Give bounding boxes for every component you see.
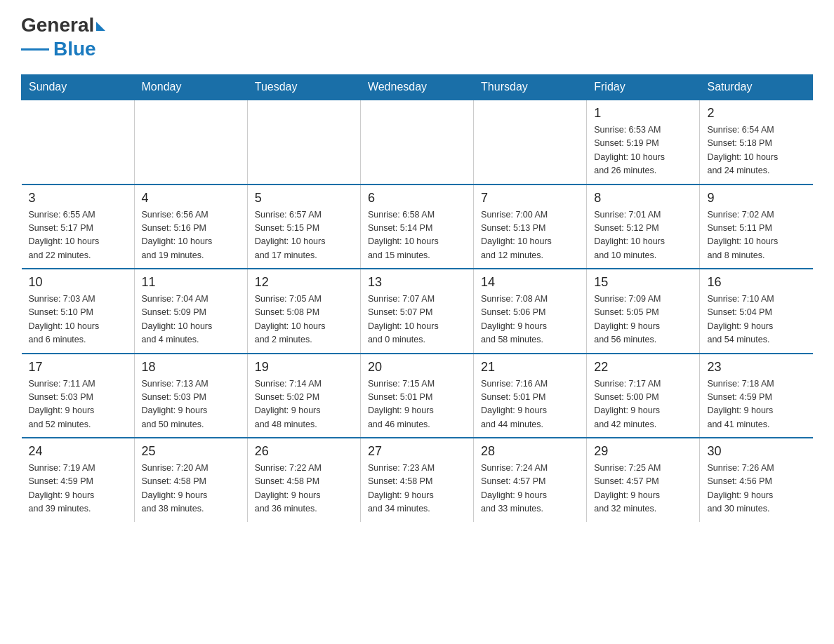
day-info: Sunrise: 7:11 AMSunset: 5:03 PMDaylight:… [29, 377, 127, 432]
day-number: 6 [368, 191, 466, 206]
day-number: 11 [142, 275, 240, 290]
calendar-cell [360, 100, 473, 185]
day-number: 5 [255, 191, 353, 206]
day-number: 15 [594, 275, 692, 290]
day-number: 24 [29, 444, 127, 459]
calendar-cell: 6Sunrise: 6:58 AMSunset: 5:14 PMDaylight… [360, 185, 473, 269]
day-number: 8 [594, 191, 692, 206]
calendar-cell: 22Sunrise: 7:17 AMSunset: 5:00 PMDayligh… [587, 354, 700, 438]
day-info: Sunrise: 6:53 AMSunset: 5:19 PMDaylight:… [594, 123, 692, 178]
day-number: 13 [368, 275, 466, 290]
calendar-cell: 19Sunrise: 7:14 AMSunset: 5:02 PMDayligh… [247, 354, 360, 438]
calendar-cell: 9Sunrise: 7:02 AMSunset: 5:11 PMDaylight… [700, 185, 813, 269]
calendar-cell: 18Sunrise: 7:13 AMSunset: 5:03 PMDayligh… [134, 354, 247, 438]
calendar-week-4: 17Sunrise: 7:11 AMSunset: 5:03 PMDayligh… [22, 354, 813, 438]
day-info: Sunrise: 7:23 AMSunset: 4:58 PMDaylight:… [368, 462, 466, 516]
calendar-cell: 10Sunrise: 7:03 AMSunset: 5:10 PMDayligh… [22, 269, 135, 354]
calendar-cell: 24Sunrise: 7:19 AMSunset: 4:59 PMDayligh… [22, 438, 135, 522]
logo: General Blue [21, 14, 105, 60]
weekday-header-saturday: Saturday [700, 75, 813, 100]
day-info: Sunrise: 7:14 AMSunset: 5:02 PMDaylight:… [255, 377, 353, 432]
day-number: 10 [29, 275, 127, 290]
day-info: Sunrise: 7:16 AMSunset: 5:01 PMDaylight:… [481, 377, 579, 432]
weekday-header-friday: Friday [587, 75, 700, 100]
logo-triangle-icon [96, 22, 105, 31]
day-info: Sunrise: 7:13 AMSunset: 5:03 PMDaylight:… [142, 377, 240, 432]
day-number: 14 [481, 275, 579, 290]
weekday-header-sunday: Sunday [22, 75, 135, 100]
day-info: Sunrise: 6:55 AMSunset: 5:17 PMDaylight:… [29, 208, 127, 263]
calendar-cell: 21Sunrise: 7:16 AMSunset: 5:01 PMDayligh… [474, 354, 587, 438]
day-info: Sunrise: 7:24 AMSunset: 4:57 PMDaylight:… [481, 462, 579, 516]
calendar-cell: 20Sunrise: 7:15 AMSunset: 5:01 PMDayligh… [360, 354, 473, 438]
day-number: 21 [481, 360, 579, 375]
day-info: Sunrise: 7:25 AMSunset: 4:57 PMDaylight:… [594, 462, 692, 516]
calendar-week-3: 10Sunrise: 7:03 AMSunset: 5:10 PMDayligh… [22, 269, 813, 354]
weekday-header-wednesday: Wednesday [360, 75, 473, 100]
day-number: 30 [707, 444, 805, 459]
weekday-header-thursday: Thursday [474, 75, 587, 100]
calendar-cell: 13Sunrise: 7:07 AMSunset: 5:07 PMDayligh… [360, 269, 473, 354]
day-info: Sunrise: 7:17 AMSunset: 5:00 PMDaylight:… [594, 377, 692, 432]
day-info: Sunrise: 7:22 AMSunset: 4:58 PMDaylight:… [255, 462, 353, 516]
day-info: Sunrise: 7:18 AMSunset: 4:59 PMDaylight:… [707, 377, 805, 432]
logo-line [21, 48, 49, 51]
calendar-week-5: 24Sunrise: 7:19 AMSunset: 4:59 PMDayligh… [22, 438, 813, 522]
day-info: Sunrise: 7:09 AMSunset: 5:05 PMDaylight:… [594, 293, 692, 347]
day-info: Sunrise: 7:04 AMSunset: 5:09 PMDaylight:… [142, 293, 240, 347]
day-info: Sunrise: 6:54 AMSunset: 5:18 PMDaylight:… [707, 123, 805, 178]
day-info: Sunrise: 7:08 AMSunset: 5:06 PMDaylight:… [481, 293, 579, 347]
logo-blue: Blue [53, 38, 96, 60]
day-info: Sunrise: 7:20 AMSunset: 4:58 PMDaylight:… [142, 462, 240, 516]
calendar-cell: 2Sunrise: 6:54 AMSunset: 5:18 PMDaylight… [700, 100, 813, 185]
calendar-cell: 25Sunrise: 7:20 AMSunset: 4:58 PMDayligh… [134, 438, 247, 522]
day-number: 16 [707, 275, 805, 290]
calendar-cell: 7Sunrise: 7:00 AMSunset: 5:13 PMDaylight… [474, 185, 587, 269]
calendar-cell: 8Sunrise: 7:01 AMSunset: 5:12 PMDaylight… [587, 185, 700, 269]
day-info: Sunrise: 7:00 AMSunset: 5:13 PMDaylight:… [481, 208, 579, 263]
day-info: Sunrise: 7:01 AMSunset: 5:12 PMDaylight:… [594, 208, 692, 263]
calendar-cell: 28Sunrise: 7:24 AMSunset: 4:57 PMDayligh… [474, 438, 587, 522]
day-number: 23 [707, 360, 805, 375]
day-info: Sunrise: 7:02 AMSunset: 5:11 PMDaylight:… [707, 208, 805, 263]
calendar-week-2: 3Sunrise: 6:55 AMSunset: 5:17 PMDaylight… [22, 185, 813, 269]
day-info: Sunrise: 7:03 AMSunset: 5:10 PMDaylight:… [29, 293, 127, 347]
day-number: 25 [142, 444, 240, 459]
day-info: Sunrise: 7:15 AMSunset: 5:01 PMDaylight:… [368, 377, 466, 432]
day-number: 26 [255, 444, 353, 459]
calendar-cell: 15Sunrise: 7:09 AMSunset: 5:05 PMDayligh… [587, 269, 700, 354]
day-number: 28 [481, 444, 579, 459]
calendar-week-1: 1Sunrise: 6:53 AMSunset: 5:19 PMDaylight… [22, 100, 813, 185]
calendar-cell: 14Sunrise: 7:08 AMSunset: 5:06 PMDayligh… [474, 269, 587, 354]
calendar-table: SundayMondayTuesdayWednesdayThursdayFrid… [21, 74, 813, 522]
calendar-cell: 12Sunrise: 7:05 AMSunset: 5:08 PMDayligh… [247, 269, 360, 354]
day-number: 27 [368, 444, 466, 459]
calendar-cell: 17Sunrise: 7:11 AMSunset: 5:03 PMDayligh… [22, 354, 135, 438]
day-number: 29 [594, 444, 692, 459]
calendar-cell: 30Sunrise: 7:26 AMSunset: 4:56 PMDayligh… [700, 438, 813, 522]
weekday-header-tuesday: Tuesday [247, 75, 360, 100]
calendar-cell [474, 100, 587, 185]
calendar-cell: 11Sunrise: 7:04 AMSunset: 5:09 PMDayligh… [134, 269, 247, 354]
calendar-cell: 29Sunrise: 7:25 AMSunset: 4:57 PMDayligh… [587, 438, 700, 522]
calendar-cell: 26Sunrise: 7:22 AMSunset: 4:58 PMDayligh… [247, 438, 360, 522]
day-number: 12 [255, 275, 353, 290]
calendar-cell: 3Sunrise: 6:55 AMSunset: 5:17 PMDaylight… [22, 185, 135, 269]
day-info: Sunrise: 7:10 AMSunset: 5:04 PMDaylight:… [707, 293, 805, 347]
day-info: Sunrise: 7:19 AMSunset: 4:59 PMDaylight:… [29, 462, 127, 516]
calendar-cell [22, 100, 135, 185]
logo-general: General [21, 14, 94, 36]
day-number: 22 [594, 360, 692, 375]
calendar-cell [134, 100, 247, 185]
calendar-cell [247, 100, 360, 185]
day-info: Sunrise: 7:26 AMSunset: 4:56 PMDaylight:… [707, 462, 805, 516]
day-number: 20 [368, 360, 466, 375]
day-info: Sunrise: 6:57 AMSunset: 5:15 PMDaylight:… [255, 208, 353, 263]
calendar-cell: 4Sunrise: 6:56 AMSunset: 5:16 PMDaylight… [134, 185, 247, 269]
calendar-cell: 27Sunrise: 7:23 AMSunset: 4:58 PMDayligh… [360, 438, 473, 522]
day-number: 19 [255, 360, 353, 375]
day-number: 2 [707, 106, 805, 121]
day-info: Sunrise: 7:05 AMSunset: 5:08 PMDaylight:… [255, 293, 353, 347]
weekday-header-monday: Monday [134, 75, 247, 100]
weekday-header-row: SundayMondayTuesdayWednesdayThursdayFrid… [22, 75, 813, 100]
